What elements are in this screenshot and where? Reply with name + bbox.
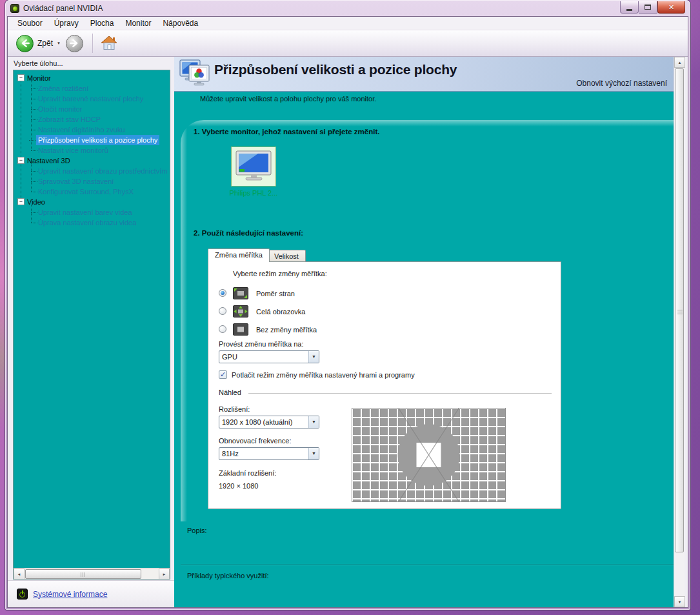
scaling-tab-panel: Vyberte režim změny měřítka: Poměr stran <box>208 261 561 509</box>
tree-group-monitor[interactable]: Monitor <box>27 73 51 83</box>
scroll-left-button[interactable]: ◄ <box>14 569 25 580</box>
menu-soubor[interactable]: Soubor <box>12 17 48 29</box>
perform-scaling-value: GPU <box>222 353 237 361</box>
horizontal-scroll-thumb[interactable] <box>25 569 141 579</box>
menu-monitor[interactable]: Monitor <box>119 17 157 29</box>
tree-item-digitalni-zvuk[interactable]: Nastavení digitálního zvuku <box>38 125 125 135</box>
collapse-toggle-monitor[interactable]: − <box>17 74 25 81</box>
tree-item-upravit-barevne[interactable]: Upravit barevné nastavení plochy <box>38 94 143 104</box>
close-icon: ✕ <box>668 3 674 12</box>
combo-arrow-icon[interactable]: ▼ <box>308 351 319 363</box>
scroll-up-button[interactable]: ▲ <box>674 57 685 68</box>
maximize-button[interactable] <box>639 1 657 14</box>
restore-defaults-link[interactable]: Obnovit výchozí nastavení <box>576 79 667 88</box>
sidebar-header: Vyberte úlohu... <box>14 59 63 67</box>
monitor-name-label: Philips PHL 2... <box>218 189 289 197</box>
scroll-right-button[interactable]: ► <box>159 569 170 580</box>
tab-zmena-meritka[interactable]: Změna měřítka <box>208 248 270 262</box>
refresh-rate-combo[interactable]: 81Hz ▼ <box>219 447 319 460</box>
system-info-icon <box>17 589 28 600</box>
resolution-value: 1920 x 1080 (aktuální) <box>222 418 292 426</box>
scaling-preview-image <box>352 408 506 502</box>
radio-bez-zmeny-label[interactable]: Bez změny měřítka <box>256 326 317 334</box>
minimize-icon <box>626 9 632 11</box>
tree-group-nastaveni-3d[interactable]: Nastavení 3D <box>27 156 70 166</box>
task-tree: − Monitor Změna rozlišení Upravit barevn… <box>13 70 170 580</box>
back-button-label[interactable]: Zpět <box>37 39 53 48</box>
desktop-background: Ovládací panel NVIDIA ✕ Soubor Úpravy Pl… <box>0 0 700 615</box>
radio-cela-obrazovka[interactable] <box>219 307 226 315</box>
refresh-rate-label: Obnovovací frekvence: <box>219 437 292 445</box>
base-resolution-value: 1920 × 1080 <box>219 482 258 490</box>
sidebar: Vyberte úlohu... − Monitor Změna rozliše… <box>8 57 174 607</box>
forward-button[interactable] <box>66 35 83 52</box>
no-scaling-icon <box>233 323 248 336</box>
tree-connector-line <box>21 81 21 199</box>
tree-group-video[interactable]: Video <box>27 197 45 207</box>
scroll-right-icon: ► <box>163 572 166 576</box>
collapse-toggle-video[interactable]: − <box>17 198 25 205</box>
close-button[interactable]: ✕ <box>657 1 685 14</box>
radio-pomer-stran[interactable] <box>219 289 226 297</box>
vertical-scroll-thumb[interactable] <box>675 68 684 552</box>
toolbar: Zpět ▼ <box>8 30 688 57</box>
tree-connector-line <box>31 205 32 223</box>
refresh-rate-value: 81Hz <box>222 450 239 458</box>
tab-velikost[interactable]: Velikost <box>267 250 306 263</box>
window-title: Ovládací panel NVIDIA <box>23 4 103 13</box>
tree-item-obraz-videa[interactable]: Úprava nastavení obrazu videa <box>38 217 136 228</box>
main-vertical-scrollbar[interactable]: ▲ ▼ <box>674 57 685 607</box>
radio-bez-zmeny[interactable] <box>219 325 226 333</box>
tree-item-zobrazit-hdcp[interactable]: Zobrazit stav HDCP <box>38 114 101 125</box>
tree-item-spravovat-3d[interactable]: Spravovat 3D nastavení <box>38 176 114 187</box>
description-label: Popis: <box>187 527 207 534</box>
scroll-up-icon: ▲ <box>678 61 682 65</box>
preview-group-line <box>248 393 552 394</box>
section-divider <box>181 564 674 565</box>
titlebar[interactable]: Ovládací panel NVIDIA ✕ <box>8 1 688 15</box>
base-resolution-label: Základní rozlišení: <box>219 469 276 477</box>
sidebar-horizontal-scrollbar[interactable]: ◄ ► <box>14 568 170 579</box>
page-subtitle: Můžete upravit velikost a polohu plochy … <box>200 95 376 103</box>
resolution-label: Rozlišení: <box>219 405 250 413</box>
menu-upravy[interactable]: Úpravy <box>48 17 85 29</box>
tree-item-otocit-monitor[interactable]: Otočit monitor <box>38 104 82 114</box>
forward-arrow-icon <box>68 37 80 49</box>
tree-item-vice-monitoru[interactable]: Nastavit více monitorů <box>38 145 108 156</box>
collapse-toggle-nastaveni-3d[interactable]: − <box>17 157 25 164</box>
window-client-area: Soubor Úpravy Plocha Monitor Nápověda Zp… <box>8 17 688 607</box>
preview-group-label: Náhled <box>219 388 241 396</box>
home-icon[interactable] <box>101 35 117 52</box>
combo-arrow-icon[interactable]: ▼ <box>308 448 319 459</box>
settings-page: 1. Vyberte monitor, jehož nastavení si p… <box>181 120 674 521</box>
scroll-thumb-grip <box>81 572 86 577</box>
monitor-tile-philips[interactable] <box>231 146 276 187</box>
maximize-icon <box>645 5 651 10</box>
combo-arrow-icon[interactable]: ▼ <box>308 416 319 428</box>
tree-item-surround-physx[interactable]: Konfigurovat Surround, PhysX <box>38 187 134 197</box>
nvidia-eye-icon <box>13 6 17 11</box>
radio-pomer-stran-label[interactable]: Poměr stran <box>256 290 295 297</box>
tree-item-barvy-videa[interactable]: Upravit nastavení barev videa <box>38 207 132 217</box>
override-scaling-label[interactable]: Potlačit režim změny měřítka nastavený h… <box>232 371 415 379</box>
step2-heading: 2. Použít následující nastavení: <box>194 229 303 237</box>
scroll-thumb-grip <box>677 310 683 315</box>
scaling-mode-label: Vyberte režim změny měřítka: <box>233 270 327 277</box>
menu-napoveda[interactable]: Nápověda <box>157 17 204 29</box>
radio-cela-obrazovka-label[interactable]: Celá obrazovka <box>256 308 305 316</box>
back-button[interactable] <box>16 35 34 52</box>
tree-item-upravit-obrazu-nahled[interactable]: Upravit nastavení obrazu prostřednictvím… <box>38 166 170 176</box>
sidebar-footer: Systémové informace <box>8 580 174 607</box>
back-history-caret-icon[interactable]: ▼ <box>57 41 61 45</box>
resolution-combo[interactable]: 1920 x 1080 (aktuální) ▼ <box>219 416 319 428</box>
scroll-down-button[interactable]: ▼ <box>674 596 685 607</box>
perform-scaling-combo[interactable]: GPU ▼ <box>219 350 319 363</box>
examples-label: Příklady typického využití: <box>187 572 269 580</box>
tree-item-prizpusobeni-velikosti[interactable]: Přizpůsobení velikosti a pozice plochy <box>36 135 159 145</box>
minimize-button[interactable] <box>620 1 639 14</box>
menu-plocha[interactable]: Plocha <box>85 17 120 29</box>
override-scaling-checkbox[interactable]: ✓ <box>219 370 227 379</box>
step1-heading: 1. Vyberte monitor, jehož nastavení si p… <box>194 128 379 136</box>
tree-item-zmena-rozliseni[interactable]: Změna rozlišení <box>38 83 88 94</box>
system-info-link[interactable]: Systémové informace <box>33 590 107 599</box>
